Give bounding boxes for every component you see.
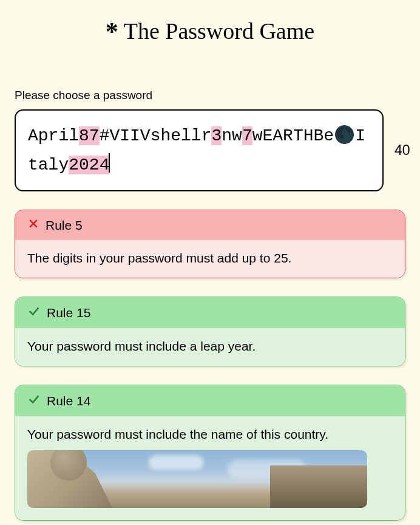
password-digit-segment: 3: [211, 126, 222, 145]
rule-text: The digits in your password must add up …: [27, 251, 393, 266]
check-icon: [27, 393, 41, 409]
password-digit-segment: 2024: [69, 156, 109, 174]
rule-card: Rule 5The digits in your password must a…: [15, 210, 405, 278]
rule-header: Rule 5: [15, 210, 405, 240]
password-prompt: Please choose a password: [15, 89, 405, 102]
x-icon: [27, 218, 39, 233]
rule-card: Rule 14Your password must include the na…: [15, 385, 405, 521]
rule-body: Your password must include the name of t…: [15, 416, 405, 520]
rule-text: Your password must include a leap year.: [27, 339, 393, 354]
password-text-segment: April: [28, 126, 79, 145]
character-count: 40: [395, 142, 410, 159]
rule-text: Your password must include the name of t…: [27, 427, 393, 442]
password-text-segment: #VIIVshellr: [100, 126, 212, 145]
password-digit-segment: 7: [242, 126, 252, 145]
check-icon: [27, 304, 41, 321]
rule-body: Your password must include a leap year.: [15, 328, 405, 366]
rule-number: Rule 5: [46, 218, 83, 233]
rule-header: Rule 15: [15, 297, 405, 328]
title-text: The Password Game: [124, 18, 314, 44]
password-input[interactable]: April87#VIIVshellr3nw7wEARTHBe🌑Italy2024: [15, 109, 384, 191]
geoguesser-image[interactable]: [27, 450, 367, 508]
password-digit-segment: 87: [79, 126, 100, 145]
rule-card: Rule 15Your password must include a leap…: [15, 297, 405, 366]
text-cursor: [109, 153, 110, 173]
rule-number: Rule 15: [47, 306, 90, 320]
rule-header: Rule 14: [15, 385, 405, 416]
rule-body: The digits in your password must add up …: [15, 240, 405, 278]
asterisk-icon: *: [106, 18, 118, 46]
password-text-segment: nw: [222, 126, 242, 145]
rule-number: Rule 14: [47, 394, 90, 408]
page-title: * The Password Game: [0, 0, 420, 89]
